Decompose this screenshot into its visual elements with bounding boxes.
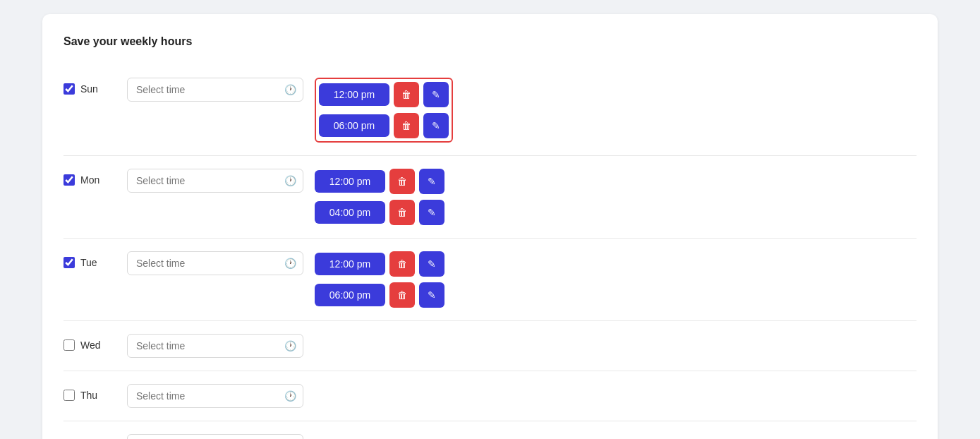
page-wrapper: Save your weekly hours Sun🕐12:00 pm🗑✎06:… bbox=[0, 0, 980, 439]
slot-row-mon-0: 12:00 pm🗑✎ bbox=[315, 169, 444, 194]
time-input-fri[interactable] bbox=[127, 434, 303, 439]
edit-btn-sun-1[interactable]: ✎ bbox=[423, 113, 449, 138]
edit-btn-mon-1[interactable]: ✎ bbox=[419, 200, 444, 225]
time-input-sun[interactable] bbox=[127, 78, 303, 102]
day-name-thu: Thu bbox=[80, 390, 97, 401]
checkbox-tue[interactable] bbox=[63, 257, 75, 268]
day-row-sun: Sun🕐12:00 pm🗑✎06:00 pm🗑✎ bbox=[63, 65, 917, 156]
slots-tue: 12:00 pm🗑✎06:00 pm🗑✎ bbox=[315, 251, 444, 308]
time-slot-btn-tue-1[interactable]: 06:00 pm bbox=[315, 284, 385, 306]
day-name-sun: Sun bbox=[80, 83, 98, 95]
clock-icon-sun: 🕐 bbox=[284, 84, 296, 95]
day-row-mon: Mon🕐12:00 pm🗑✎04:00 pm🗑✎ bbox=[63, 156, 917, 239]
clock-icon-thu: 🕐 bbox=[284, 390, 296, 402]
time-slot-btn-sun-0[interactable]: 12:00 pm bbox=[319, 83, 389, 106]
time-input-thu[interactable] bbox=[127, 384, 303, 408]
day-row-fri: Fri🕐 bbox=[63, 421, 917, 439]
delete-btn-sun-1[interactable]: 🗑 bbox=[394, 113, 419, 138]
time-slot-btn-tue-0[interactable]: 12:00 pm bbox=[315, 253, 385, 275]
weekly-hours-card: Save your weekly hours Sun🕐12:00 pm🗑✎06:… bbox=[42, 14, 938, 439]
time-slot-btn-mon-1[interactable]: 04:00 pm bbox=[315, 201, 385, 224]
slots-mon: 12:00 pm🗑✎04:00 pm🗑✎ bbox=[315, 169, 444, 225]
slot-row-sun-1: 06:00 pm🗑✎ bbox=[319, 113, 449, 138]
slot-row-sun-0: 12:00 pm🗑✎ bbox=[319, 82, 449, 107]
clock-icon-wed: 🕐 bbox=[284, 340, 296, 351]
delete-btn-mon-1[interactable]: 🗑 bbox=[389, 200, 415, 225]
time-input-wrapper-fri: 🕐 bbox=[127, 434, 303, 439]
checkbox-thu[interactable] bbox=[63, 390, 75, 401]
days-container: Sun🕐12:00 pm🗑✎06:00 pm🗑✎Mon🕐12:00 pm🗑✎04… bbox=[63, 65, 917, 439]
clock-icon-tue: 🕐 bbox=[284, 258, 296, 269]
time-input-wrapper-wed: 🕐 bbox=[127, 334, 303, 358]
edit-btn-sun-0[interactable]: ✎ bbox=[423, 82, 449, 107]
delete-btn-tue-0[interactable]: 🗑 bbox=[389, 251, 415, 277]
day-row-tue: Tue🕐12:00 pm🗑✎06:00 pm🗑✎ bbox=[63, 239, 917, 321]
checkbox-label-thu[interactable]: Thu bbox=[63, 384, 127, 401]
time-input-wrapper-thu: 🕐 bbox=[127, 384, 303, 408]
edit-btn-tue-1[interactable]: ✎ bbox=[419, 282, 444, 308]
day-name-tue: Tue bbox=[80, 257, 97, 268]
time-input-mon[interactable] bbox=[127, 169, 303, 193]
day-name-mon: Mon bbox=[80, 174, 99, 186]
time-input-wrapper-mon: 🕐 bbox=[127, 169, 303, 193]
checkbox-sun[interactable] bbox=[63, 83, 75, 95]
slot-row-tue-1: 06:00 pm🗑✎ bbox=[315, 282, 444, 308]
time-input-wrapper-tue: 🕐 bbox=[127, 251, 303, 275]
slot-row-tue-0: 12:00 pm🗑✎ bbox=[315, 251, 444, 277]
time-slot-btn-mon-0[interactable]: 12:00 pm bbox=[315, 170, 385, 193]
delete-btn-tue-1[interactable]: 🗑 bbox=[389, 282, 415, 308]
checkbox-wed[interactable] bbox=[63, 339, 75, 351]
card-title: Save your weekly hours bbox=[63, 35, 917, 48]
slots-outlined-sun: 12:00 pm🗑✎06:00 pm🗑✎ bbox=[315, 78, 453, 143]
checkbox-mon[interactable] bbox=[63, 174, 75, 186]
checkbox-label-tue[interactable]: Tue bbox=[63, 251, 127, 268]
delete-btn-mon-0[interactable]: 🗑 bbox=[389, 169, 415, 194]
edit-btn-mon-0[interactable]: ✎ bbox=[419, 169, 444, 194]
day-name-wed: Wed bbox=[80, 339, 101, 351]
time-input-wed[interactable] bbox=[127, 334, 303, 358]
day-row-wed: Wed🕐 bbox=[63, 321, 917, 371]
time-input-wrapper-sun: 🕐 bbox=[127, 78, 303, 102]
checkbox-label-sun[interactable]: Sun bbox=[63, 78, 127, 95]
checkbox-label-mon[interactable]: Mon bbox=[63, 169, 127, 186]
clock-icon-mon: 🕐 bbox=[284, 175, 296, 186]
delete-btn-sun-0[interactable]: 🗑 bbox=[394, 82, 419, 107]
edit-btn-tue-0[interactable]: ✎ bbox=[419, 251, 444, 277]
time-slot-btn-sun-1[interactable]: 06:00 pm bbox=[319, 114, 389, 137]
checkbox-label-fri[interactable]: Fri bbox=[63, 434, 127, 439]
day-row-thu: Thu🕐 bbox=[63, 371, 917, 421]
slot-row-mon-1: 04:00 pm🗑✎ bbox=[315, 200, 444, 225]
time-input-tue[interactable] bbox=[127, 251, 303, 275]
checkbox-label-wed[interactable]: Wed bbox=[63, 334, 127, 351]
